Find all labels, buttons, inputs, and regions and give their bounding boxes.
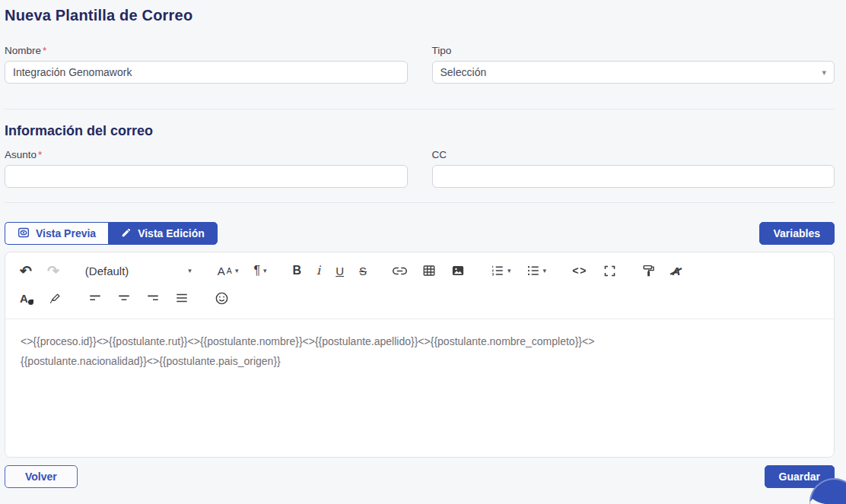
page-title: Nueva Plantilla de Correo — [5, 7, 835, 24]
font-group: (Default) ▾ — [81, 262, 196, 280]
tipo-field: Tipo Selección ▾ — [432, 45, 835, 84]
table-button[interactable] — [418, 261, 440, 281]
editor-toolbar: ↶ ↷ (Default) ▾ AA ▾ ¶ ▾ — [5, 252, 834, 319]
align-left-button[interactable] — [84, 288, 106, 308]
required-asterisk: * — [43, 45, 46, 56]
align-center-button[interactable] — [113, 288, 135, 308]
highlighter-icon — [49, 291, 62, 305]
image-button[interactable] — [447, 261, 469, 281]
align-right-button[interactable] — [142, 288, 164, 308]
link-button[interactable] — [389, 261, 411, 281]
tab-vista-edicion[interactable]: Vista Edición — [108, 222, 218, 245]
image-icon — [451, 264, 465, 277]
format-painter-button[interactable] — [638, 261, 660, 281]
link-icon — [393, 264, 407, 278]
tab-vista-previa[interactable]: Vista Previa — [5, 222, 108, 245]
color-group: A — [16, 288, 66, 308]
ordered-list-icon — [491, 264, 504, 277]
chevron-down-icon: ▾ — [263, 268, 267, 274]
font-size-icon: A — [218, 265, 225, 277]
align-center-icon — [117, 291, 131, 305]
bold-button[interactable]: B — [289, 262, 306, 280]
view-tab-group: Vista Previa Vista Edición — [5, 222, 218, 245]
clear-format-button[interactable]: A — [667, 262, 686, 280]
tipo-select-value: Selección — [440, 66, 487, 78]
new-email-template-page: Nueva Plantilla de Correo Nombre* Tipo S… — [0, 0, 846, 504]
editor-content-area[interactable]: <>{{proceso.id}}<>{{postulante.rut}}<>{{… — [5, 319, 834, 457]
code-view-button[interactable]: <> — [568, 262, 591, 279]
fullscreen-button[interactable] — [600, 262, 620, 281]
back-button[interactable]: Volver — [5, 465, 78, 488]
preview-eye-icon — [17, 227, 30, 241]
align-left-icon — [88, 291, 102, 305]
tab-vista-edicion-label: Vista Edición — [138, 227, 205, 239]
nombre-input[interactable] — [5, 61, 408, 84]
size-paragraph-group: AA ▾ ¶ ▾ — [214, 262, 271, 280]
strikethrough-icon: S — [359, 265, 367, 277]
font-family-value: (Default) — [85, 265, 129, 277]
font-color-icon: A — [20, 293, 33, 304]
cc-label: CC — [432, 149, 835, 160]
toolbar-row-1: ↶ ↷ (Default) ▾ AA ▾ ¶ ▾ — [16, 259, 823, 282]
name-type-row: Nombre* Tipo Selección ▾ — [5, 45, 835, 84]
font-family-dropdown[interactable]: (Default) ▾ — [81, 262, 196, 280]
unordered-list-dropdown[interactable]: ▾ — [523, 261, 551, 281]
table-icon — [422, 264, 436, 277]
bold-icon: B — [293, 265, 302, 277]
asunto-label: Asunto* — [5, 149, 408, 160]
align-right-icon — [146, 291, 160, 305]
history-group: ↶ ↷ — [16, 261, 63, 281]
tab-vista-previa-label: Vista Previa — [36, 227, 96, 239]
nombre-label-text: Nombre — [5, 45, 41, 56]
fullscreen-icon — [603, 265, 616, 277]
font-size-icon-small: A — [227, 267, 232, 275]
code-icon: <> — [572, 265, 587, 276]
tipo-select[interactable]: Selección ▾ — [432, 61, 835, 84]
paragraph-style-dropdown[interactable]: ¶ ▾ — [250, 262, 270, 280]
italic-icon: i — [316, 265, 320, 277]
list-group: ▾ ▾ — [487, 261, 550, 281]
justify-icon — [175, 291, 189, 305]
font-color-letter: A — [20, 292, 28, 305]
font-color-button[interactable]: A — [16, 290, 37, 307]
editor-content-line: {{postulante.nacionalidad}}<>{{postulant… — [21, 351, 819, 371]
italic-button[interactable]: i — [313, 262, 324, 280]
editor-content-line: <>{{proceso.id}}<>{{postulante.rut}}<>{{… — [21, 331, 819, 351]
required-asterisk: * — [38, 149, 42, 160]
variables-button[interactable]: Variables — [759, 222, 835, 245]
color-droplet-icon — [28, 300, 33, 305]
highlight-button[interactable] — [45, 288, 66, 308]
email-info-section-title: Información del correo — [5, 123, 835, 139]
justify-button[interactable] — [171, 288, 192, 308]
unordered-list-icon — [526, 264, 540, 277]
chat-widget-button[interactable] — [809, 478, 846, 504]
divider — [5, 109, 835, 109]
paragraph-icon: ¶ — [253, 265, 260, 277]
chevron-down-icon: ▾ — [822, 68, 826, 77]
paint-roller-icon — [642, 264, 656, 277]
clear-format-icon: A — [671, 265, 682, 277]
chevron-down-icon: ▾ — [235, 268, 239, 274]
nombre-label: Nombre* — [5, 45, 408, 56]
rich-text-editor: ↶ ↷ (Default) ▾ AA ▾ ¶ ▾ — [5, 252, 835, 458]
redo-button[interactable]: ↷ — [43, 261, 63, 281]
ordered-list-dropdown[interactable]: ▾ — [487, 261, 515, 281]
undo-button[interactable]: ↶ — [16, 261, 36, 281]
undo-icon: ↶ — [20, 264, 32, 278]
smiley-icon — [215, 291, 229, 306]
asunto-input[interactable] — [5, 165, 408, 188]
cc-field: CC — [432, 149, 835, 188]
redo-icon: ↷ — [47, 264, 59, 278]
underline-button[interactable]: U — [332, 262, 348, 280]
strikethrough-button[interactable]: S — [355, 262, 371, 280]
tipo-label: Tipo — [432, 45, 835, 56]
chevron-down-icon: ▾ — [507, 268, 511, 274]
emoji-button[interactable] — [211, 288, 233, 309]
pencil-icon — [121, 227, 132, 240]
asunto-field: Asunto* — [5, 149, 408, 188]
cc-input[interactable] — [432, 165, 835, 188]
emoji-group — [211, 288, 233, 309]
font-size-dropdown[interactable]: AA ▾ — [214, 262, 243, 280]
insert-group — [389, 261, 469, 281]
divider — [5, 202, 835, 203]
